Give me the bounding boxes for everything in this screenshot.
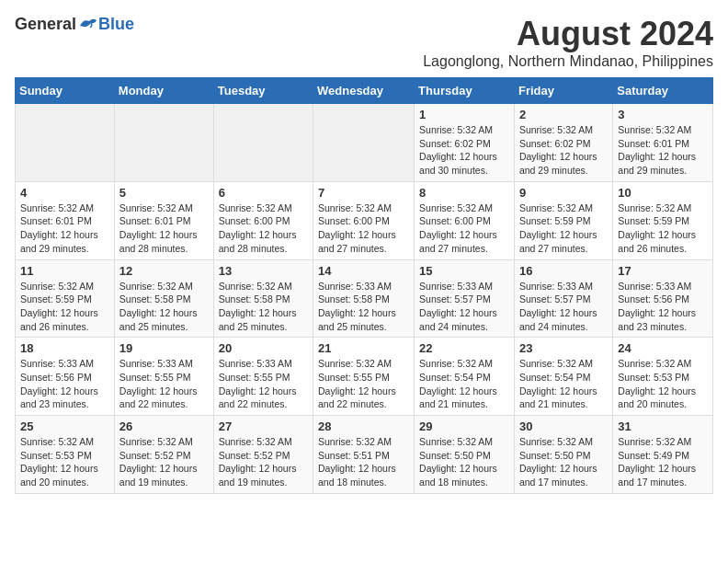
calendar-day-header: Friday xyxy=(514,78,612,104)
calendar-day-cell: 25Sunrise: 5:32 AM Sunset: 5:53 PM Dayli… xyxy=(16,416,115,494)
calendar-day-header: Monday xyxy=(114,78,213,104)
day-number: 9 xyxy=(519,186,608,200)
calendar-header-row: SundayMondayTuesdayWednesdayThursdayFrid… xyxy=(16,78,713,104)
day-number: 23 xyxy=(519,341,608,355)
calendar-day-cell: 3Sunrise: 5:32 AM Sunset: 6:01 PM Daylig… xyxy=(613,104,713,182)
day-info: Sunrise: 5:32 AM Sunset: 5:58 PM Dayligh… xyxy=(219,280,308,334)
day-info: Sunrise: 5:32 AM Sunset: 5:53 PM Dayligh… xyxy=(618,357,708,411)
day-number: 18 xyxy=(20,341,109,355)
day-info: Sunrise: 5:32 AM Sunset: 5:52 PM Dayligh… xyxy=(219,435,308,489)
calendar-day-header: Tuesday xyxy=(213,78,313,104)
day-info: Sunrise: 5:32 AM Sunset: 6:01 PM Dayligh… xyxy=(618,123,708,178)
day-number: 25 xyxy=(20,419,109,433)
day-info: Sunrise: 5:33 AM Sunset: 5:57 PM Dayligh… xyxy=(519,280,608,334)
day-number: 7 xyxy=(318,186,409,200)
calendar-day-cell: 28Sunrise: 5:32 AM Sunset: 5:51 PM Dayli… xyxy=(313,416,415,494)
day-info: Sunrise: 5:32 AM Sunset: 6:02 PM Dayligh… xyxy=(519,123,608,178)
day-info: Sunrise: 5:32 AM Sunset: 5:49 PM Dayligh… xyxy=(618,435,708,489)
day-number: 14 xyxy=(318,264,409,278)
day-number: 5 xyxy=(119,186,209,200)
day-info: Sunrise: 5:32 AM Sunset: 5:54 PM Dayligh… xyxy=(419,357,509,411)
calendar-day-cell: 31Sunrise: 5:32 AM Sunset: 5:49 PM Dayli… xyxy=(613,416,713,494)
day-number: 16 xyxy=(519,264,608,278)
day-info: Sunrise: 5:33 AM Sunset: 5:55 PM Dayligh… xyxy=(219,357,308,411)
calendar-day-cell: 16Sunrise: 5:33 AM Sunset: 5:57 PM Dayli… xyxy=(514,259,612,338)
day-number: 20 xyxy=(219,341,308,355)
day-info: Sunrise: 5:33 AM Sunset: 5:56 PM Dayligh… xyxy=(20,357,109,411)
day-info: Sunrise: 5:32 AM Sunset: 5:50 PM Dayligh… xyxy=(519,435,608,489)
day-info: Sunrise: 5:32 AM Sunset: 6:00 PM Dayligh… xyxy=(318,201,409,256)
logo: General Blue xyxy=(15,15,134,34)
calendar-week-row: 4Sunrise: 5:32 AM Sunset: 6:01 PM Daylig… xyxy=(16,181,713,259)
calendar-day-cell: 2Sunrise: 5:32 AM Sunset: 6:02 PM Daylig… xyxy=(514,104,612,182)
day-info: Sunrise: 5:32 AM Sunset: 6:00 PM Dayligh… xyxy=(219,201,308,256)
day-number: 2 xyxy=(519,108,608,121)
calendar-week-row: 1Sunrise: 5:32 AM Sunset: 6:02 PM Daylig… xyxy=(16,104,713,182)
day-number: 26 xyxy=(119,419,209,433)
day-number: 17 xyxy=(618,264,708,278)
day-info: Sunrise: 5:33 AM Sunset: 5:56 PM Dayligh… xyxy=(618,280,708,334)
calendar-day-cell: 30Sunrise: 5:32 AM Sunset: 5:50 PM Dayli… xyxy=(514,416,612,494)
calendar-day-cell: 18Sunrise: 5:33 AM Sunset: 5:56 PM Dayli… xyxy=(16,338,115,416)
calendar-day-cell: 15Sunrise: 5:33 AM Sunset: 5:57 PM Dayli… xyxy=(415,259,515,338)
day-info: Sunrise: 5:32 AM Sunset: 5:55 PM Dayligh… xyxy=(318,357,409,411)
day-number: 15 xyxy=(419,264,509,278)
calendar-day-cell: 13Sunrise: 5:32 AM Sunset: 5:58 PM Dayli… xyxy=(213,259,313,338)
calendar-day-header: Thursday xyxy=(415,78,515,104)
calendar-day-cell: 10Sunrise: 5:32 AM Sunset: 5:59 PM Dayli… xyxy=(613,181,713,259)
calendar-day-header: Sunday xyxy=(16,78,115,104)
day-number: 8 xyxy=(419,186,509,200)
logo-general-text: General xyxy=(15,15,76,34)
calendar-day-cell: 12Sunrise: 5:32 AM Sunset: 5:58 PM Dayli… xyxy=(114,259,213,338)
day-info: Sunrise: 5:33 AM Sunset: 5:55 PM Dayligh… xyxy=(119,357,209,411)
calendar-day-cell: 19Sunrise: 5:33 AM Sunset: 5:55 PM Dayli… xyxy=(114,338,213,416)
calendar-day-cell: 21Sunrise: 5:32 AM Sunset: 5:55 PM Dayli… xyxy=(313,338,415,416)
day-info: Sunrise: 5:32 AM Sunset: 5:59 PM Dayligh… xyxy=(618,201,708,256)
day-number: 6 xyxy=(219,186,308,200)
calendar-day-cell: 26Sunrise: 5:32 AM Sunset: 5:52 PM Dayli… xyxy=(114,416,213,494)
calendar-day-cell xyxy=(16,104,115,182)
calendar-day-cell: 17Sunrise: 5:33 AM Sunset: 5:56 PM Dayli… xyxy=(613,259,713,338)
day-info: Sunrise: 5:33 AM Sunset: 5:58 PM Dayligh… xyxy=(318,280,409,334)
logo-bird-icon xyxy=(78,17,98,33)
day-number: 29 xyxy=(419,419,509,433)
day-info: Sunrise: 5:32 AM Sunset: 5:51 PM Dayligh… xyxy=(318,435,409,489)
day-number: 31 xyxy=(618,419,708,433)
day-info: Sunrise: 5:32 AM Sunset: 6:01 PM Dayligh… xyxy=(119,201,209,256)
day-info: Sunrise: 5:32 AM Sunset: 5:59 PM Dayligh… xyxy=(20,280,109,334)
day-info: Sunrise: 5:32 AM Sunset: 5:58 PM Dayligh… xyxy=(119,280,209,334)
day-info: Sunrise: 5:32 AM Sunset: 6:02 PM Dayligh… xyxy=(419,123,509,178)
calendar-day-cell xyxy=(213,104,313,182)
day-number: 3 xyxy=(618,108,708,121)
day-info: Sunrise: 5:32 AM Sunset: 5:50 PM Dayligh… xyxy=(419,435,509,489)
day-info: Sunrise: 5:32 AM Sunset: 6:00 PM Dayligh… xyxy=(419,201,509,256)
calendar-day-cell: 29Sunrise: 5:32 AM Sunset: 5:50 PM Dayli… xyxy=(415,416,515,494)
calendar-day-cell: 8Sunrise: 5:32 AM Sunset: 6:00 PM Daylig… xyxy=(415,181,515,259)
day-number: 11 xyxy=(20,264,109,278)
day-number: 22 xyxy=(419,341,509,355)
main-title: August 2024 xyxy=(423,15,713,53)
calendar-week-row: 25Sunrise: 5:32 AM Sunset: 5:53 PM Dayli… xyxy=(16,416,713,494)
calendar-day-header: Saturday xyxy=(613,78,713,104)
calendar-day-cell: 14Sunrise: 5:33 AM Sunset: 5:58 PM Dayli… xyxy=(313,259,415,338)
calendar-day-cell: 7Sunrise: 5:32 AM Sunset: 6:00 PM Daylig… xyxy=(313,181,415,259)
calendar-day-cell: 6Sunrise: 5:32 AM Sunset: 6:00 PM Daylig… xyxy=(213,181,313,259)
title-section: August 2024 Lagonglong, Northern Mindana… xyxy=(423,15,713,70)
day-number: 1 xyxy=(419,108,509,121)
day-number: 13 xyxy=(219,264,308,278)
day-number: 12 xyxy=(119,264,209,278)
calendar-day-cell xyxy=(114,104,213,182)
subtitle: Lagonglong, Northern Mindanao, Philippin… xyxy=(423,53,713,70)
day-info: Sunrise: 5:32 AM Sunset: 5:59 PM Dayligh… xyxy=(519,201,608,256)
day-number: 4 xyxy=(20,186,109,200)
day-info: Sunrise: 5:33 AM Sunset: 5:57 PM Dayligh… xyxy=(419,280,509,334)
day-number: 28 xyxy=(318,419,409,433)
calendar-week-row: 11Sunrise: 5:32 AM Sunset: 5:59 PM Dayli… xyxy=(16,259,713,338)
calendar-day-cell: 9Sunrise: 5:32 AM Sunset: 5:59 PM Daylig… xyxy=(514,181,612,259)
calendar-week-row: 18Sunrise: 5:33 AM Sunset: 5:56 PM Dayli… xyxy=(16,338,713,416)
calendar-day-cell: 1Sunrise: 5:32 AM Sunset: 6:02 PM Daylig… xyxy=(415,104,515,182)
day-info: Sunrise: 5:32 AM Sunset: 6:01 PM Dayligh… xyxy=(20,201,109,256)
calendar-day-cell: 20Sunrise: 5:33 AM Sunset: 5:55 PM Dayli… xyxy=(213,338,313,416)
calendar-day-cell: 24Sunrise: 5:32 AM Sunset: 5:53 PM Dayli… xyxy=(613,338,713,416)
day-number: 30 xyxy=(519,419,608,433)
